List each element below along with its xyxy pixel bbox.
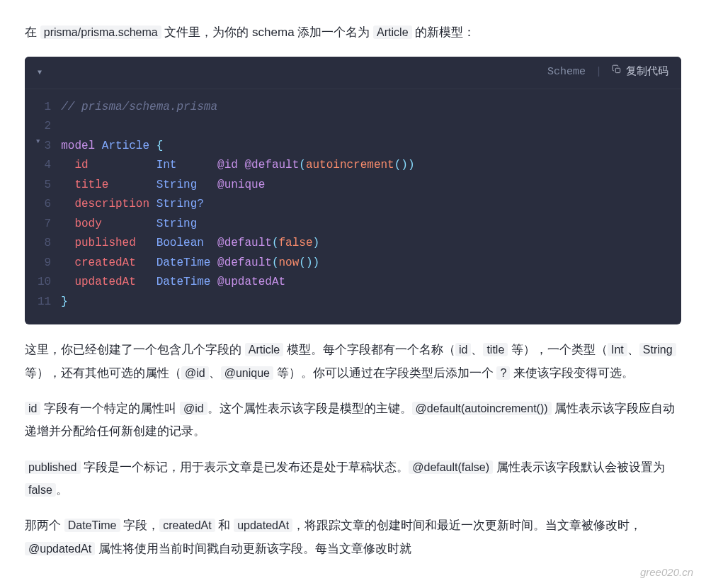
text: 文件里，为你的 schema 添加一个名为 xyxy=(161,26,373,39)
text: 等）。你可以通过在字段类型后添加一个 xyxy=(273,366,496,380)
language-label: Scheme xyxy=(547,62,586,83)
code-token-attr: @updatedAt xyxy=(217,276,285,288)
divider: | xyxy=(596,62,602,83)
code-token-type: String xyxy=(156,179,198,191)
inline-code: id xyxy=(455,343,471,356)
inline-code: false xyxy=(25,483,56,497)
code-body: 1 2 ▼3 4 5 6 7 8 9 10 11 // prisma/schem… xyxy=(25,89,681,325)
id-field-paragraph: id 字段有一个特定的属性叫 @id。这个属性表示该字段是模型的主键。@defa… xyxy=(25,397,681,443)
inline-code: updatedAt xyxy=(234,519,292,532)
code-token-field: id xyxy=(74,159,88,171)
line-number: 7 xyxy=(38,215,51,234)
code-token-type: DateTime xyxy=(156,276,211,288)
text: 字段， xyxy=(120,519,160,532)
text: 字段是一个标记，用于表示文章是已发布还是处于草稿状态。 xyxy=(81,460,409,474)
code-token-bool: false xyxy=(278,237,312,249)
code-token-attr: @default xyxy=(244,159,299,171)
code-token-punct: ( xyxy=(394,159,402,171)
line-number: 9 xyxy=(38,254,51,273)
text: 、 xyxy=(209,366,221,380)
inline-code: @unique xyxy=(221,366,273,380)
inline-code: Article xyxy=(245,343,283,356)
code-token-type: DateTime xyxy=(156,256,211,269)
text: 等），一个类型（ xyxy=(508,343,608,356)
code-token-field: updatedAt xyxy=(74,276,135,288)
inline-code: @id xyxy=(180,402,207,415)
text: 属性表示该字段默认会被设置为 xyxy=(493,460,665,474)
code-token-attr: @id xyxy=(217,159,238,171)
code-header-left: ▼ xyxy=(38,66,42,79)
inline-code: @updatedAt xyxy=(25,542,95,555)
code-content[interactable]: // prisma/schema.prisma model Article { … xyxy=(61,98,681,312)
watermark: gree020.cn xyxy=(640,562,693,583)
code-block: ▼ Scheme | 复制代码 1 2 ▼3 4 5 6 7 8 9 10 11 xyxy=(25,57,681,324)
inline-code: ? xyxy=(496,366,510,380)
code-token-type: Article xyxy=(102,140,149,152)
inline-code: prisma/prisma.schema xyxy=(40,26,161,39)
text: 。 xyxy=(56,483,68,497)
text: 和 xyxy=(215,519,234,532)
code-token-punct: ) xyxy=(408,159,415,171)
line-number: 5 xyxy=(38,176,51,196)
code-token-type: String xyxy=(156,217,198,230)
code-token-punct: ) xyxy=(313,237,320,249)
inline-code: title xyxy=(483,343,508,356)
inline-code: @default(autoincrement()) xyxy=(412,402,552,415)
svg-rect-0 xyxy=(615,69,620,73)
code-token-func: now xyxy=(278,256,299,269)
inline-code: published xyxy=(25,460,81,474)
line-numbers: 1 2 ▼3 4 5 6 7 8 9 10 11 xyxy=(25,98,61,312)
datetime-fields-paragraph: 那两个 DateTime 字段，createdAt 和 updatedAt，将跟… xyxy=(25,514,681,560)
text: 。这个属性表示该字段是模型的主键。 xyxy=(207,402,412,415)
text: 、 xyxy=(627,343,639,356)
text: 的新模型： xyxy=(412,26,476,39)
code-token-field: published xyxy=(74,237,135,249)
published-field-paragraph: published 字段是一个标记，用于表示文章是已发布还是处于草稿状态。@de… xyxy=(25,456,681,502)
code-token-func: autoincrement xyxy=(306,159,394,171)
line-number: ▼3 xyxy=(38,137,51,157)
code-token-type: Int xyxy=(156,159,177,171)
code-token-attr: @unique xyxy=(217,179,265,191)
code-token-punct: ( xyxy=(299,159,306,171)
fold-icon[interactable]: ▼ xyxy=(36,137,40,147)
code-token-field: body xyxy=(74,217,101,230)
text: 字段有一个特定的属性叫 xyxy=(40,402,179,415)
copy-button[interactable]: 复制代码 xyxy=(612,62,668,83)
line-number: 1 xyxy=(38,98,51,118)
code-token-attr: @default xyxy=(217,256,272,269)
text: ，将跟踪文章的创建时间和最近一次更新时间。当文章被修改时， xyxy=(292,519,642,532)
code-token-comment: // prisma/schema.prisma xyxy=(61,101,217,113)
code-token-type: String? xyxy=(156,198,204,210)
code-token-attr: @default xyxy=(217,237,272,249)
code-token-punct: ) xyxy=(306,256,313,269)
copy-icon xyxy=(612,62,622,83)
text: 那两个 xyxy=(25,519,64,532)
text: 等），还有其他可选的属性（ xyxy=(25,366,181,380)
inline-code: Article xyxy=(373,26,411,39)
inline-code: @default(false) xyxy=(409,460,493,474)
inline-code: Int xyxy=(608,343,627,356)
code-token-punct: ( xyxy=(299,256,306,269)
chevron-down-icon[interactable]: ▼ xyxy=(38,66,42,79)
line-number: 8 xyxy=(38,234,51,254)
text: 、 xyxy=(471,343,483,356)
code-token-field: title xyxy=(74,179,108,191)
line-number: 11 xyxy=(38,293,51,312)
text: 属性将使用当前时间戳自动更新该字段。每当文章修改时就 xyxy=(95,542,411,555)
copy-label: 复制代码 xyxy=(626,62,668,83)
line-number: 6 xyxy=(38,195,51,215)
text: 模型。每个字段都有一个名称（ xyxy=(283,343,455,356)
inline-code: @id xyxy=(181,366,209,380)
intro-paragraph: 在 prisma/prisma.schema 文件里，为你的 schema 添加… xyxy=(25,21,681,44)
inline-code: id xyxy=(25,402,40,415)
code-header: ▼ Scheme | 复制代码 xyxy=(25,57,681,89)
text: 这里，你已经创建了一个包含几个字段的 xyxy=(25,343,245,356)
code-token-punct: ) xyxy=(401,159,408,171)
line-number: 2 xyxy=(38,117,51,137)
inline-code: createdAt xyxy=(159,519,215,532)
text: 来使该字段变得可选。 xyxy=(510,366,634,380)
inline-code: DateTime xyxy=(64,519,120,532)
text: 在 xyxy=(25,26,40,39)
code-token-punct: { xyxy=(156,140,164,152)
line-number: 10 xyxy=(38,273,51,293)
